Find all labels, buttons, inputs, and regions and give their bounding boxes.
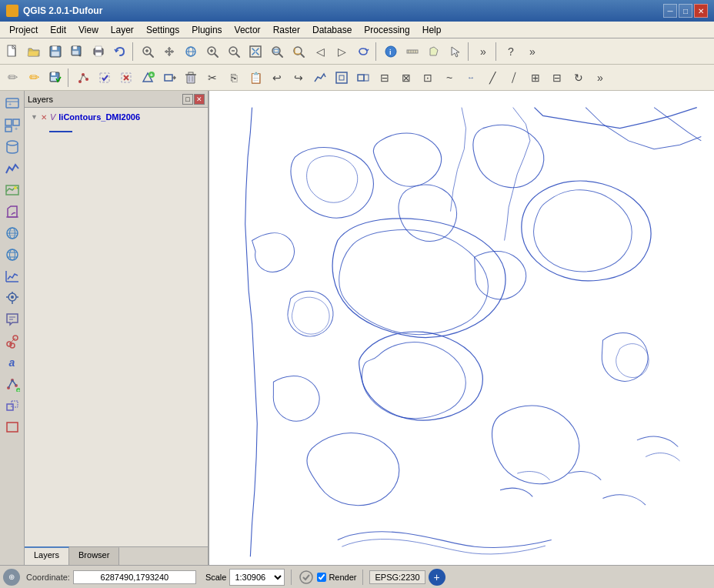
scale-select[interactable]: 1:30906 1:50000 1:100000 1:10000: [229, 569, 285, 586]
menu-view[interactable]: View: [72, 23, 105, 37]
menu-edit[interactable]: Edit: [44, 23, 72, 37]
menu-database[interactable]: Database: [306, 23, 358, 37]
delete-feature-button[interactable]: [181, 68, 201, 88]
select-features-button[interactable]: [95, 68, 115, 88]
split-parts-btn[interactable]: ⧸: [504, 68, 524, 88]
digitize-tool[interactable]: [2, 202, 22, 222]
panel-close-button[interactable]: ✕: [194, 94, 205, 105]
add-vector-tool[interactable]: [2, 159, 22, 179]
svg-point-71: [14, 186, 17, 189]
render-x-checkbox[interactable]: [317, 573, 326, 582]
layer-expand-icon[interactable]: ▼: [31, 113, 38, 121]
panel-float-button[interactable]: □: [182, 94, 193, 105]
select-button[interactable]: [445, 42, 465, 62]
add-part-button[interactable]: [353, 68, 373, 88]
layer-item[interactable]: ▼ ✕ V liContours_DMI2006: [28, 111, 205, 123]
pan-button[interactable]: [159, 42, 179, 62]
help-button[interactable]: ?: [501, 42, 521, 62]
menu-processing[interactable]: Processing: [358, 23, 415, 37]
menu-vector[interactable]: Vector: [229, 23, 267, 37]
select-rect-tool[interactable]: [2, 417, 22, 437]
snap-tool[interactable]: [2, 331, 22, 351]
zoom-full-button[interactable]: [245, 42, 265, 62]
menu-raster[interactable]: Raster: [267, 23, 306, 37]
zoom-in-button[interactable]: [202, 42, 222, 62]
web-tool[interactable]: [2, 245, 22, 265]
reshape-button[interactable]: ~: [439, 68, 459, 88]
delete-ring-button[interactable]: ⊠: [396, 68, 416, 88]
simplify-button[interactable]: [310, 68, 330, 88]
split-feature-btn[interactable]: ╱: [482, 68, 502, 88]
undo2-button[interactable]: ↩: [267, 68, 287, 88]
save-button[interactable]: [45, 42, 65, 62]
zoom-layer-button[interactable]: [267, 42, 287, 62]
extra-button[interactable]: »: [522, 42, 542, 62]
globe-button[interactable]: [181, 42, 201, 62]
scale-label: Scale: [205, 573, 227, 582]
merge-attrs-btn[interactable]: ⊟: [547, 68, 567, 88]
copy-feature-button[interactable]: ⎘: [224, 68, 244, 88]
move-feature-button[interactable]: [159, 68, 179, 88]
new-button[interactable]: [2, 42, 22, 62]
node-tool-button[interactable]: [73, 68, 93, 88]
gps-status-icon[interactable]: ⊕: [3, 569, 20, 586]
cut-feature-button[interactable]: ✂: [202, 68, 222, 88]
add-raster-tool[interactable]: [2, 180, 22, 200]
add-crs-button[interactable]: +: [429, 569, 445, 586]
rotate-pointsym-btn[interactable]: ↻: [569, 68, 589, 88]
delete-part-button[interactable]: ⊡: [418, 68, 438, 88]
comment-tool[interactable]: [2, 309, 22, 329]
maximize-button[interactable]: □: [679, 4, 692, 18]
app-title: QGIS 2.0.1-Dufour: [23, 5, 662, 16]
menu-layer[interactable]: Layer: [105, 23, 140, 37]
zoom-out-button[interactable]: [224, 42, 244, 62]
close-button[interactable]: ✕: [694, 4, 708, 18]
gps-tool[interactable]: [2, 288, 22, 308]
zoom-selection-button[interactable]: [289, 42, 309, 62]
redo-button[interactable]: ↪: [289, 68, 309, 88]
measure-area-button[interactable]: [424, 42, 444, 62]
menu-plugins[interactable]: Plugins: [185, 23, 228, 37]
zoom-next-button[interactable]: ▷: [332, 42, 352, 62]
transform-tool[interactable]: [2, 396, 22, 416]
offset-btn[interactable]: ↔: [461, 68, 481, 88]
tab-layers[interactable]: Layers: [25, 546, 69, 565]
tab-browser[interactable]: Browser: [69, 547, 119, 565]
add-db-tool[interactable]: [2, 137, 22, 157]
tb2-more-btn[interactable]: »: [590, 68, 610, 88]
save-as-button[interactable]: +: [67, 42, 87, 62]
layer-name[interactable]: liContours_DMI2006: [58, 112, 140, 122]
globe-3d-tool[interactable]: [2, 223, 22, 243]
print-button[interactable]: [88, 42, 108, 62]
touch-zoom-button[interactable]: [138, 42, 158, 62]
open-button[interactable]: [24, 42, 44, 62]
svg-point-77: [7, 249, 18, 260]
edit-pencil-button[interactable]: ✏: [2, 68, 22, 88]
label-tool[interactable]: a: [2, 352, 22, 373]
merge-sel-btn[interactable]: ⊞: [525, 68, 546, 88]
epsg-button[interactable]: EPSG:2230: [369, 570, 425, 584]
undo-button[interactable]: [110, 42, 130, 62]
add-wms-tool[interactable]: +: [2, 94, 22, 114]
identify-button[interactable]: i: [381, 42, 401, 62]
measure-line-button[interactable]: [402, 42, 422, 62]
minimize-button[interactable]: ─: [663, 4, 677, 18]
add-ring-button[interactable]: [332, 68, 352, 88]
fill-ring-button[interactable]: ⊟: [375, 68, 395, 88]
vector-edit-tool[interactable]: +: [2, 374, 22, 394]
menu-settings[interactable]: Settings: [140, 23, 185, 37]
paste-feature-button[interactable]: 📋: [245, 68, 265, 88]
deselect-button[interactable]: [116, 68, 136, 88]
add-wfs-tool[interactable]: +: [2, 115, 22, 135]
menu-project[interactable]: Project: [3, 23, 44, 37]
menu-help[interactable]: Help: [416, 23, 448, 37]
save-edits-button[interactable]: [45, 68, 65, 88]
add-feature-button[interactable]: +: [138, 68, 158, 88]
refresh-button[interactable]: [353, 42, 373, 62]
analysis-tool[interactable]: [2, 266, 22, 286]
more-tools-button[interactable]: »: [473, 42, 493, 62]
zoom-prev-button[interactable]: ◁: [310, 42, 330, 62]
edit-active-button[interactable]: ✏: [24, 68, 44, 88]
map-area[interactable]: [209, 91, 714, 565]
layer-visibility-icon[interactable]: ✕: [41, 113, 47, 122]
